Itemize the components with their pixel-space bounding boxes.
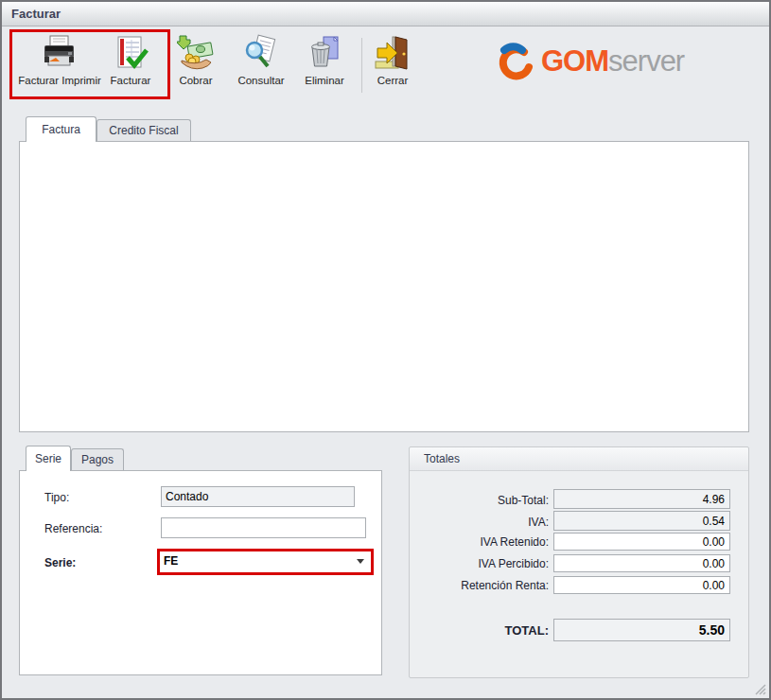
tab-label: Factura [42, 123, 80, 136]
iva-label: IVA: [407, 516, 549, 529]
collect-money-icon [177, 34, 215, 72]
printer-icon [41, 34, 79, 72]
cerrar-button[interactable]: Cerrar [365, 34, 420, 98]
consultar-button[interactable]: Consultar [229, 34, 293, 98]
trash-icon [306, 34, 343, 72]
totales-title: Totales [424, 452, 460, 465]
factura-tab-panel [19, 141, 749, 432]
window-title: Facturar [11, 7, 61, 21]
referencia-label: Referencia: [44, 522, 102, 535]
retencion-renta-label: Retención Renta: [407, 579, 549, 592]
toolbar-button-label: Facturar Imprimir [18, 75, 101, 86]
brand-text-gom: GOM [541, 44, 608, 79]
retencion-renta-input[interactable]: 0.00 [553, 576, 730, 594]
subtotal-field: 4.96 [553, 489, 730, 509]
tab-factura[interactable]: Factura [26, 116, 96, 142]
toolbar-button-label: Eliminar [305, 75, 344, 86]
iva-percibido-input[interactable]: 0.00 [553, 554, 730, 572]
tab-serie[interactable]: Serie [26, 446, 71, 471]
facturar-imprimir-button[interactable]: Facturar Imprimir [13, 34, 106, 98]
subtotal-label: Sub-Total: [407, 494, 549, 507]
toolbar-button-label: Consultar [237, 75, 284, 86]
resize-grip[interactable] [753, 682, 766, 695]
brand-text-server: server [608, 44, 684, 79]
facturar-window: Facturar Facturar Imprimir Facturar [0, 0, 771, 700]
serie-value: FE [164, 554, 178, 568]
gomserver-logo-icon [492, 40, 535, 83]
totales-header: Totales [410, 447, 748, 471]
search-document-icon [242, 34, 280, 72]
serie-tipo-label: Tipo: [44, 491, 69, 504]
cobrar-button[interactable]: Cobrar [165, 34, 227, 98]
tab-label: Pagos [81, 453, 114, 466]
tab-label: Credito Fiscal [109, 124, 178, 137]
toolbar-button-label: Cobrar [179, 75, 212, 86]
total-field: 5.50 [553, 619, 730, 641]
iva-retenido-input[interactable]: 0.00 [553, 533, 730, 551]
serie-tipo-field: Contado [161, 486, 355, 507]
exit-door-icon [374, 34, 412, 72]
iva-retenido-label: IVA Retenido: [407, 535, 549, 549]
toolbar-button-label: Cerrar [377, 75, 409, 86]
serie-highlight-rectangle: FE [157, 549, 374, 575]
iva-percibido-label: IVA Percibido: [407, 557, 549, 570]
title-bar: Facturar [2, 2, 769, 26]
toolbar-separator [361, 38, 362, 93]
tab-label: Serie [35, 452, 61, 465]
facturar-button[interactable]: Facturar [100, 34, 161, 98]
serie-combobox[interactable]: FE [160, 551, 371, 572]
invoice-check-icon [112, 34, 149, 72]
chevron-down-icon[interactable] [357, 559, 364, 564]
toolbar-button-label: Facturar [111, 75, 151, 86]
tab-pagos[interactable]: Pagos [71, 448, 124, 471]
iva-field: 0.54 [553, 511, 730, 531]
gomserver-logo: GOMserver [492, 40, 684, 83]
tab-credito-fiscal[interactable]: Credito Fiscal [96, 119, 191, 142]
total-label: TOTAL: [407, 623, 549, 638]
referencia-input[interactable] [161, 517, 366, 538]
serie-label: Serie: [44, 556, 76, 569]
eliminar-button[interactable]: Eliminar [295, 34, 354, 98]
